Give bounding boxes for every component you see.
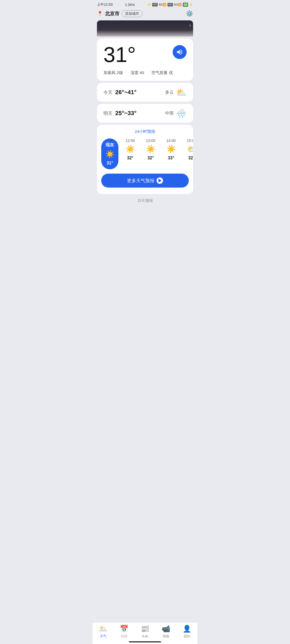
current-sun-icon: ☀️ [105,151,115,158]
nav-weather-label: 天气 [100,634,106,639]
forecast-hour-item: 15:00 ⛅ 32° [183,138,193,169]
status-icons: ⚡ HD 4G📶 HD 5G📶 19 ⚡ [147,3,193,7]
nav-news[interactable]: 📰 头条 [135,625,155,639]
header-image: › [97,20,193,36]
hour-13-label: 13:00 [146,138,155,143]
settings-icon[interactable]: ⚙️ [186,10,193,17]
forecast-24h-card: 24小时预报 现在 ☀️ 31° 12:00 ☀️ 32° 13:00 ☀️ 3… [97,125,193,194]
hour-15-icon: ⛅ [187,145,193,153]
weather-nav-icon: 🌥️ [99,625,107,633]
home-indicator [129,641,161,642]
wind-info: 东南风 2级 [103,70,123,75]
status-time: 上午11:53 [97,2,113,7]
nav-video-label: 视频 [163,634,169,639]
sound-button[interactable] [173,45,187,59]
today-row: 今天 26°~41° 多云 ⛅ [103,87,187,97]
today-temp: 26°~41° [115,89,136,96]
current-label: 现在 [106,142,114,148]
volume-icon [176,49,183,56]
hour-14-temp: 33° [168,156,174,160]
header-arrow-icon: › [189,23,191,28]
status-network: 1.2K/s [125,3,135,7]
nav-profile-label: 我的 [184,634,190,639]
play-icon [157,177,163,184]
nav-profile[interactable]: 👤 我的 [176,625,197,639]
weather-details: 东南风 2级 湿度 40 空气质量 优 [103,70,187,75]
hd-icon: HD [152,3,158,6]
forecast-hour-item: 12:00 ☀️ 32° [122,138,139,169]
today-card: 今天 26°~41° 多云 ⛅ [97,83,193,102]
tomorrow-row: 明天 25°~33° 中雨 🌧️ [103,108,187,118]
nav-weather[interactable]: 🌥️ 天气 [93,625,114,639]
hour-14-label: 14:00 [166,138,176,143]
bottom-nav: 🌥️ 天气 📅 日历 📰 头条 📹 视频 👤 我的 [93,622,197,644]
more-forecast-label: 更多天气预报 [127,178,154,184]
video-nav-icon: 📹 [162,625,170,633]
header: 📍 北京市 添加城市 ⚙️ [93,8,197,20]
add-city-button[interactable]: 添加城市 [122,10,143,17]
forecast-hour-item: 14:00 ☀️ 33° [162,138,180,169]
forecast-current-item: 现在 ☀️ 31° [101,138,118,169]
tomorrow-info: 明天 25°~33° [103,110,136,117]
news-nav-icon: 📰 [141,625,149,633]
forecast-hour-item: 13:00 ☀️ 32° [142,138,159,169]
main-temp-card: 31° 东南风 2级 湿度 40 空气质量 优 [97,39,193,81]
bluetooth-icon: ⚡ [147,3,151,6]
nav-calendar[interactable]: 📅 日历 [114,625,135,639]
today-info: 今天 26°~41° [103,89,136,96]
today-label: 今天 [103,89,113,96]
tomorrow-label: 明天 [103,110,113,116]
humidity-info: 湿度 40 [130,70,144,75]
temp-row: 31° [103,44,187,65]
tomorrow-weather-emoji: 🌧️ [176,108,187,118]
today-condition: 多云 ⛅ [165,87,187,97]
today-weather-emoji: ⛅ [176,87,187,97]
hour-14-icon: ☀️ [166,145,176,153]
tomorrow-condition-text: 中雨 [165,111,174,116]
nav-video[interactable]: 📹 视频 [155,625,176,639]
hour-12-label: 12:00 [125,138,135,143]
nav-calendar-label: 日历 [121,634,127,639]
more-forecast-button[interactable]: 更多天气预报 [101,174,189,188]
hour-13-icon: ☀️ [146,145,155,153]
forecast-scroll[interactable]: 现在 ☀️ 31° 12:00 ☀️ 32° 13:00 ☀️ 32° 14:0… [97,138,193,169]
play-triangle [158,179,162,182]
calendar-nav-icon: 📅 [120,625,128,633]
air-quality-info: 空气质量 优 [151,70,173,75]
profile-nav-icon: 👤 [183,625,191,633]
hour-15-temp: 32° [188,156,193,160]
main-temperature: 31° [103,44,136,65]
nav-news-label: 头条 [142,634,148,639]
hour-15-label: 15:00 [187,138,193,143]
current-temp: 31° [107,161,113,166]
fifteen-day-strip[interactable]: 15天预报 [97,196,193,205]
tomorrow-card: 明天 25°~33° 中雨 🌧️ [97,104,193,123]
today-condition-text: 多云 [165,90,174,95]
hd2-icon: HD [168,3,173,6]
charge-icon: ⚡ [189,3,193,6]
hour-12-temp: 32° [127,156,133,160]
signal-5g-icon: 5G📶 [174,3,182,6]
hour-12-icon: ☀️ [126,145,135,153]
battery-icon: 19 [183,3,188,7]
status-bar: 上午11:53 1.2K/s ⚡ HD 4G📶 HD 5G📶 19 ⚡ [93,0,197,8]
forecast-24h-title: 24小时预报 [97,129,193,134]
city-name: 北京市 [105,10,119,17]
location-icon: 📍 [97,11,103,17]
hour-13-temp: 32° [147,156,154,160]
tomorrow-temp: 25°~33° [115,110,136,117]
tomorrow-condition: 中雨 🌧️ [165,108,187,118]
signal-4g-icon: 4G📶 [159,3,166,6]
header-left: 📍 北京市 添加城市 [97,10,143,17]
